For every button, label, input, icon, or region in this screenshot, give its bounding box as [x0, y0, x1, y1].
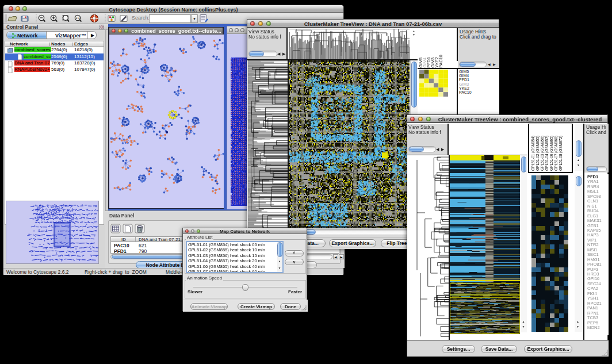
svg-text:1:1: 1:1: [75, 16, 80, 20]
